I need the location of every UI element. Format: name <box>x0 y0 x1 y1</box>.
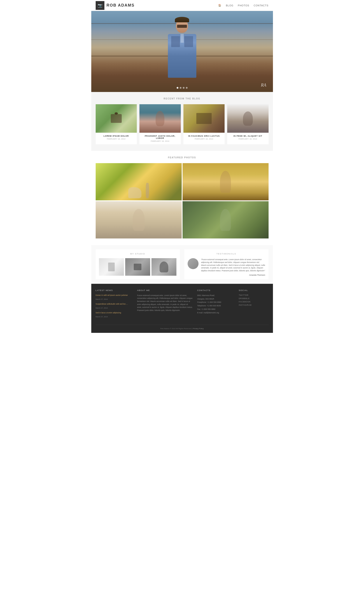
footer-about-col: ABOUT ME Fusce euismod consequat ante. L… <box>137 289 193 320</box>
blog-card-img-4 <box>227 104 269 133</box>
footer-news-link-1[interactable]: Donec in velit vel ipsum auctor pulvinar <box>96 294 133 296</box>
footer-freephone: Freephone: +1 800 559 8580 <box>197 301 234 304</box>
blog-card-body-4: IN PEDE MI, ALIQUET SIT FEBRUARY 18, 201… <box>227 133 269 142</box>
site-name: ROB ADAMS <box>107 3 135 8</box>
blog-card-1[interactable]: LOREM IPSUM DOLOR FEBRUARY 18, 2014 <box>96 104 137 144</box>
footer-social-title: SOCIAL <box>239 289 269 291</box>
blog-card-date-3: FEBRUARY 18, 2014 <box>186 138 223 140</box>
footer-about-title: ABOUT ME <box>137 289 193 291</box>
main-nav: 🏠 BLOG PHOTOS CONTACTS <box>218 4 269 7</box>
footer-bottom: Rob Adams © 2014 All Rights Reserved | P… <box>96 325 269 330</box>
blog-card-body-3: IN FAUCIBUS ORCI LUCTUS FEBRUARY 18, 201… <box>183 133 225 142</box>
footer-news-link-3[interactable]: Sed in lacus ut enim adipiscing <box>96 312 133 314</box>
nav-contacts[interactable]: CONTACTS <box>254 4 269 7</box>
camera-icon: 📷 <box>96 1 104 10</box>
blog-grid: LOREM IPSUM DOLOR FEBRUARY 18, 2014 PRAE… <box>91 104 273 144</box>
testimonials-box: TESTIMONIALS "Fusce euismod consequat an… <box>184 250 269 279</box>
photo-4[interactable] <box>182 201 269 238</box>
blog-section: RECENT FROM THE BLOG LOREM IPSUM DOLOR F… <box>91 92 273 151</box>
footer-email: E-mail: mail@demoink.org <box>197 311 234 314</box>
studio-photo-3[interactable] <box>152 258 176 276</box>
footer-social-dribbble[interactable]: DRIBBBLE <box>239 297 269 300</box>
footer-news-title: LATEST NEWS <box>96 289 133 291</box>
footer-fax-value: +1 800 559 9880 <box>201 308 215 310</box>
blog-card-4[interactable]: IN PEDE MI, ALIQUET SIT FEBRUARY 18, 201… <box>227 104 269 144</box>
footer-news-item-2: Suspendisse sollicitudin velit sed leo .… <box>96 303 133 309</box>
footer-social-facebook[interactable]: FACEBOOK <box>239 301 269 303</box>
photos-section-title: FEATURED PHOTOS <box>91 151 273 163</box>
hero-section: RA <box>91 11 273 92</box>
blog-card-date-1: FEBRUARY 18, 2014 <box>98 138 135 140</box>
blog-card-title-2: PRAESENT JUSTO DOLOR, LOBOR <box>142 135 179 139</box>
studio-photo-1[interactable] <box>99 258 124 276</box>
blog-card-title-1: LOREM IPSUM DOLOR <box>98 135 135 137</box>
blog-card-2[interactable]: PRAESENT JUSTO DOLOR, LOBOR FEBRUARY 18,… <box>139 104 181 144</box>
footer-email-value: mail@demoink.org <box>204 312 219 314</box>
nav-home[interactable]: 🏠 <box>218 4 221 7</box>
studio-title: MY STUDIO <box>99 253 177 255</box>
logo[interactable]: 📷 ROB ADAMS <box>96 1 135 10</box>
footer-about-text: Fusce euismod consequat ante. Lorem ipsu… <box>137 294 193 312</box>
blog-card-body-1: LOREM IPSUM DOLOR FEBRUARY 18, 2014 <box>96 133 137 142</box>
footer-news-item-3: Sed in lacus ut enim adipiscing March 27… <box>96 312 133 318</box>
hero-signature: RA <box>261 82 266 88</box>
footer-news-date-2: March 27, 2014 <box>96 307 108 309</box>
footer-contacts-title: CONTACTS <box>197 289 234 291</box>
site-footer: LATEST NEWS Donec in velit vel ipsum auc… <box>91 284 273 333</box>
footer-address: 8901 Marmora Road, <box>197 294 234 297</box>
footer-news-date-3: March 27, 2014 <box>96 316 108 318</box>
testimonials-title: TESTIMONIALS <box>188 253 265 255</box>
footer-news-link-2[interactable]: Suspendisse sollicitudin velit sed leo .… <box>96 303 133 305</box>
footer-contacts-col: CONTACTS 8901 Marmora Road, Glasgow, D04… <box>197 289 234 320</box>
footer-freephone-label: Freephone: <box>197 301 207 303</box>
blog-card-img-1 <box>96 104 137 133</box>
blog-card-title-3: IN FAUCIBUS ORCI LUCTUS <box>186 135 223 137</box>
nav-photos[interactable]: PHOTOS <box>238 4 249 7</box>
footer-news-date-1: March 27, 2014 <box>96 298 108 300</box>
blog-card-img-3 <box>183 104 225 133</box>
footer-social-instagram[interactable]: INSTAGRAM <box>239 304 269 306</box>
studio-photo-2[interactable] <box>125 258 150 276</box>
blog-card-date-2: FEBRUARY 18, 2014 <box>142 140 179 142</box>
footer-social-col: SOCIAL TWITTER DRIBBBLE FACEBOOK INSTAGR… <box>239 289 269 320</box>
hero-background <box>91 11 273 92</box>
footer-social-twitter[interactable]: TWITTER <box>239 294 269 296</box>
photo-3[interactable] <box>96 201 182 238</box>
footer-fax: Fax: +1 800 559 9880 <box>197 308 234 311</box>
testimonial-avatar <box>188 258 198 269</box>
photo-2[interactable] <box>182 163 269 200</box>
footer-telephone-label: Telephone: <box>197 304 206 307</box>
studio-photos <box>99 258 177 276</box>
photo-1[interactable] <box>96 163 182 200</box>
photos-section: FEATURED PHOTOS <box>91 151 273 245</box>
blog-card-date-4: FEBRUARY 18, 2014 <box>229 138 266 140</box>
testimonial-author: Amanda Thomson <box>201 274 265 276</box>
footer-city: Glasgow, D04 89GR <box>197 298 234 301</box>
studio-box: MY STUDIO <box>96 250 180 279</box>
blog-card-body-2: PRAESENT JUSTO DOLOR, LOBOR FEBRUARY 18,… <box>139 133 181 144</box>
footer-privacy-link[interactable]: Privacy Policy <box>193 328 204 330</box>
blog-section-title: RECENT FROM THE BLOG <box>91 92 273 104</box>
nav-blog[interactable]: BLOG <box>226 4 234 7</box>
footer-news-col: LATEST NEWS Donec in velit vel ipsum auc… <box>96 289 133 320</box>
blog-card-title-4: IN PEDE MI, ALIQUET SIT <box>229 135 266 137</box>
testimonial-quote: "Fusce euismod consequat ante. Lorem ips… <box>201 258 265 272</box>
footer-news-item-1: Donec in velit vel ipsum auctor pulvinar… <box>96 294 133 301</box>
footer-fax-label: Fax: <box>197 308 201 310</box>
footer-email-label: E-mail: <box>197 312 203 314</box>
blog-card-img-2 <box>139 104 181 133</box>
studio-test-grid: MY STUDIO <box>96 250 269 279</box>
footer-telephone: Telephone: +1 800 603 8035 <box>197 304 234 307</box>
testimonial-content: "Fusce euismod consequat ante. Lorem ips… <box>188 258 265 276</box>
studio-testimonials-section: MY STUDIO <box>91 245 273 284</box>
site-header: 📷 ROB ADAMS 🏠 BLOG PHOTOS CONTACTS <box>91 0 273 11</box>
footer-copyright: Rob Adams © 2014 All Rights Reserved <box>160 328 192 330</box>
footer-telephone-value: +1 800 603 8035 <box>207 304 221 307</box>
blog-card-3[interactable]: IN FAUCIBUS ORCI LUCTUS FEBRUARY 18, 201… <box>183 104 225 144</box>
footer-freephone-value: +1 800 559 8580 <box>207 301 221 303</box>
footer-grid: LATEST NEWS Donec in velit vel ipsum auc… <box>96 289 269 320</box>
photos-grid <box>91 163 273 238</box>
